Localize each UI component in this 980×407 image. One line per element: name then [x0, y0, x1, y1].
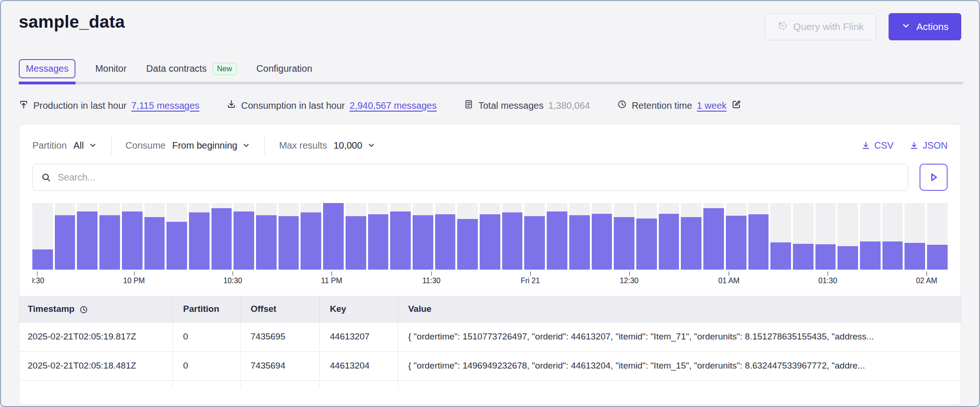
stat-retention-time: Retention time1 week [617, 99, 741, 112]
histogram-bar [99, 203, 120, 270]
export-csv-link[interactable]: CSV [861, 140, 894, 151]
histogram-bar [390, 203, 411, 270]
partition-filter[interactable]: Partition All [32, 140, 97, 151]
max-results-filter-value: 10,000 [333, 140, 362, 151]
histogram-bar [547, 203, 567, 270]
histogram-bar [480, 203, 500, 270]
download-icon [226, 99, 236, 112]
cell-empty [398, 380, 961, 388]
histogram-bar [189, 203, 210, 270]
histogram-bar [279, 203, 299, 270]
table-row[interactable]: 2025-02-21T02:05:18.481Z0743569444613204… [19, 351, 961, 380]
stat-value[interactable]: 2,940,567 messages [350, 100, 437, 111]
column-header-timestamp[interactable]: Timestamp [19, 296, 173, 322]
stat-production-in-last-hour: Production in last hour7,115 messages [19, 99, 199, 112]
histogram-bar [882, 203, 903, 270]
cell-empty [240, 380, 319, 388]
stat-label: Production in last hour [33, 100, 127, 111]
stat-label: Retention time [632, 100, 692, 111]
histogram-bar [211, 203, 232, 270]
column-header-label: Offset [251, 304, 277, 314]
stat-total-messages: Total messages1,380,064 [464, 99, 590, 112]
new-badge: New [212, 63, 237, 75]
actions-button[interactable]: Actions [889, 13, 961, 40]
tab-messages[interactable]: Messages [19, 59, 75, 78]
table-header-row: TimestampPartitionOffsetKeyValue [19, 296, 961, 322]
axis-tick-label: Fri 21 [520, 277, 540, 285]
table-row[interactable]: 2025-02-21T02:05:19.817Z0743569544613207… [19, 322, 961, 351]
tab-track [19, 82, 963, 84]
histogram-bar [166, 203, 187, 270]
cell-offset: 7435694 [240, 351, 319, 380]
tab-monitor[interactable]: Monitor [95, 60, 127, 81]
axis-tick [629, 271, 630, 276]
histogram-bar [681, 203, 701, 270]
cell-timestamp: 2025-02-21T02:05:18.481Z [19, 351, 173, 380]
clock-icon [79, 305, 88, 314]
column-header-label: Value [408, 304, 432, 314]
export-json-label: JSON [923, 140, 948, 151]
column-header-key: Key [319, 296, 398, 322]
cell-key: 44613204 [319, 351, 398, 380]
histogram-bar [748, 203, 769, 270]
histogram-time-axis: 9:3010 PM10:3011 PM11:30Fri 2112:3001 AM… [32, 271, 948, 286]
stat-value[interactable]: 1 week [697, 100, 726, 111]
messages-table: TimestampPartitionOffsetKeyValue 2025-02… [19, 296, 961, 388]
axis-tick [828, 271, 828, 276]
actions-label: Actions [916, 21, 949, 32]
play-icon [928, 172, 939, 183]
histogram-bar [726, 203, 746, 270]
messages-panel: Partition All Consume From beginning [19, 124, 961, 405]
partition-filter-label: Partition [32, 140, 67, 151]
histogram-bar [815, 203, 836, 270]
download-icon [910, 141, 919, 150]
tab-label: Configuration [256, 63, 312, 74]
consume-filter[interactable]: Consume From beginning [126, 140, 251, 151]
axis-tick-label: 11:30 [422, 277, 441, 285]
cell-key: 44613207 [319, 322, 398, 351]
tab-data-contracts[interactable]: Data contractsNew [146, 60, 237, 82]
stat-value[interactable]: 7,115 messages [131, 100, 199, 111]
search-icon [41, 173, 51, 182]
histogram-bar [502, 203, 523, 270]
column-header-label: Partition [183, 304, 219, 314]
histogram-bar [614, 203, 634, 270]
column-header-label: Timestamp [28, 304, 75, 314]
cell-empty [319, 380, 398, 388]
export-json-link[interactable]: JSON [910, 140, 948, 151]
tab-bar: MessagesMonitorData contractsNewConfigur… [1, 59, 979, 84]
message-histogram[interactable]: 9:3010 PM10:3011 PM11:30Fri 2112:3001 AM… [32, 203, 948, 286]
clock-icon [617, 99, 627, 112]
axis-tick [134, 271, 135, 276]
histogram-plot[interactable] [32, 203, 948, 270]
histogram-bar [55, 203, 75, 270]
filter-toolbar: Partition All Consume From beginning [32, 135, 948, 156]
tab-configuration[interactable]: Configuration [256, 60, 312, 81]
tab-label: Data contracts [146, 63, 207, 74]
page-header: sample_data Query with Flink [1, 1, 979, 40]
histogram-bar [413, 203, 433, 270]
run-query-button[interactable] [920, 164, 948, 191]
axis-tick-label: 01:30 [818, 277, 837, 285]
search-row [32, 164, 948, 191]
query-with-flink-button[interactable]: Query with Flink [765, 13, 877, 40]
axis-tick [431, 271, 432, 276]
cell-value: { "ordertime": 1496949232678, "orderid":… [398, 351, 961, 380]
chevron-down-icon [367, 141, 376, 150]
edit-icon[interactable] [731, 99, 741, 112]
max-results-filter[interactable]: Max results 10,000 [279, 140, 375, 151]
histogram-bar [122, 203, 143, 270]
axis-tick-label: 12:30 [620, 277, 639, 285]
histogram-bar [793, 203, 814, 270]
axis-tick [729, 271, 729, 276]
search-input[interactable] [58, 172, 899, 183]
histogram-bar [346, 203, 366, 270]
cell-value: { "ordertime": 1510773726497, "orderid":… [398, 322, 961, 351]
histogram-bar [592, 203, 612, 270]
stat-value: 1,380,064 [548, 100, 590, 111]
histogram-bar [234, 203, 254, 270]
stat-label: Total messages [478, 100, 543, 111]
search-box [32, 164, 908, 191]
axis-tick [927, 271, 927, 276]
flink-icon [777, 21, 788, 33]
